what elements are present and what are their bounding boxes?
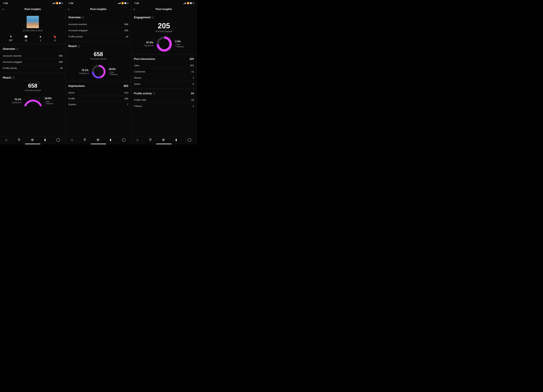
- saves-stat: 🔖 0: [53, 35, 57, 42]
- reach-number-1: 658: [28, 83, 37, 89]
- accounts-engaged-row-1: Accounts engaged 205: [3, 59, 63, 65]
- profile-activity-section: Profile activity i 24 Profile visits 23 …: [131, 90, 197, 110]
- post-image: [27, 16, 39, 28]
- nav-reels-1[interactable]: ▮: [44, 138, 46, 142]
- reach-info-icon-1[interactable]: i: [12, 77, 14, 79]
- home-indicator-3: [156, 144, 172, 144]
- half-donut-svg-1: [24, 96, 42, 106]
- bottom-nav-2: ⌂ ⚲ ⊕ ▮ ◯: [66, 136, 131, 143]
- reach-number-2: 658: [94, 51, 103, 57]
- content-3: Engagement i 205 Accounts engaged 97.6% …: [131, 13, 197, 136]
- back-button-1[interactable]: ‹: [2, 7, 5, 12]
- nonfollowers-dot-2: [109, 73, 110, 74]
- profile-activity-title: Profile activity: [134, 92, 152, 95]
- back-button-3[interactable]: ‹: [134, 7, 136, 12]
- followers-dot-2: [88, 73, 89, 74]
- impressions-profile-row: Profile 329: [68, 96, 128, 102]
- comments-stat: 💬 12: [24, 35, 28, 42]
- nonfollowers-label-2: 29.9% Non-followers: [109, 68, 118, 75]
- overview-section-1: Overview i Accounts reached 658 Accounts…: [0, 45, 66, 72]
- eng-followers-label: 97.6% Followers: [144, 41, 153, 47]
- reach-sub-1: Accounts reached: [25, 89, 41, 91]
- signal-icon-1: [52, 2, 55, 4]
- followers-label-2: 70.1% Followers: [79, 69, 88, 74]
- comment-icon: 💬: [24, 35, 28, 39]
- header-3: ‹ Post insights: [131, 5, 197, 13]
- shares-row: Shares 1: [134, 75, 194, 81]
- wifi-icon-3: 📶: [187, 2, 189, 4]
- profile-activity-info-icon[interactable]: i: [153, 92, 155, 95]
- nav-add-1[interactable]: ⊕: [31, 138, 34, 142]
- reach-title-2: Reach i: [68, 45, 128, 48]
- nav-profile-2[interactable]: ◯: [122, 138, 126, 142]
- nav-profile-3[interactable]: ◯: [187, 138, 191, 142]
- reach-center-2: 658 Accounts reached: [68, 50, 128, 62]
- pa-title-wrap: Profile activity i: [134, 92, 155, 95]
- header-2: ‹ Post insights: [66, 5, 131, 13]
- eng-followers-dot: [152, 45, 153, 46]
- nav-home-2[interactable]: ⌂: [71, 138, 73, 142]
- impressions-home-row: Home 513: [68, 90, 128, 96]
- time-2: 7:34: [69, 2, 73, 5]
- back-button-2[interactable]: ‹: [68, 7, 70, 12]
- heart-icon: ♥: [10, 35, 12, 38]
- signal-icon-3: [183, 2, 186, 4]
- post-interactions-title: Post interactions: [134, 57, 155, 61]
- nav-add-2[interactable]: ⊕: [96, 138, 99, 142]
- engagement-info-icon[interactable]: i: [151, 16, 154, 19]
- nav-add-3[interactable]: ⊕: [162, 138, 165, 142]
- status-icons-1: 📶: [52, 2, 62, 4]
- home-indicator-2: [91, 144, 106, 144]
- donut-svg-3: [156, 35, 173, 52]
- status-bar-2: 7:34 📶: [66, 0, 131, 5]
- likes-row: Likes 207: [134, 62, 194, 68]
- signal-icon-2: [118, 2, 120, 4]
- content-1: 10 June 2024 at 16:05 ♥ 207 💬 12 ➤ 1 🔖 0: [0, 13, 66, 136]
- eng-nonfollowers-dot: [175, 45, 176, 46]
- page-title-1: Post insights: [0, 8, 66, 11]
- post-stats-row: ♥ 207 💬 12 ➤ 1 🔖 0: [0, 33, 66, 44]
- post-interactions-header: Post interactions 220: [134, 57, 194, 61]
- reach-section-2: Reach i 658 Accounts reached 70.1% Follo…: [66, 42, 131, 81]
- nav-profile-1[interactable]: ◯: [56, 138, 60, 142]
- battery-icon-2: [124, 2, 128, 4]
- followers-label-1: 70.1% Followers: [12, 98, 21, 104]
- post-date: 10 June 2024 at 16:05: [23, 29, 43, 32]
- panel-2: 7:34 📶 ‹ Post insights Overview i: [66, 0, 131, 145]
- reach-section-1: Reach i 658 Accounts reached 70.1% Follo…: [0, 74, 66, 108]
- panel-1: 7:34 📶 ‹ Post insights 10 June 2024 at 1…: [0, 0, 66, 145]
- post-interactions-section: Post interactions 220 Likes 207 Comments…: [131, 55, 197, 88]
- profile-activity-header: Profile activity i 24: [134, 92, 194, 95]
- reach-sub-2: Accounts reached: [90, 58, 106, 60]
- header-1: ‹ Post insights: [0, 5, 66, 13]
- overview-section-2: Overview i Accounts reached 658 Accounts…: [66, 13, 131, 41]
- nav-reels-3[interactable]: ▮: [175, 138, 177, 142]
- profile-visits-row: Profile visits 23: [134, 97, 194, 103]
- time-1: 7:34: [3, 2, 8, 5]
- nav-home-3[interactable]: ⌂: [136, 138, 139, 142]
- reach-info-icon-2[interactable]: i: [78, 45, 80, 47]
- nav-search-3[interactable]: ⚲: [149, 138, 152, 142]
- accounts-reached-row-1: Accounts reached 658: [3, 53, 63, 59]
- overview-info-icon-1[interactable]: i: [16, 48, 18, 50]
- overview-info-icon-2[interactable]: i: [82, 16, 84, 19]
- impressions-explore-row: Explore 7: [68, 102, 128, 107]
- saves-value: 0: [54, 39, 56, 42]
- saves-row: Saves 0: [134, 81, 194, 87]
- nav-home-1[interactable]: ⌂: [5, 138, 7, 142]
- bottom-nav-3: ⌂ ⚲ ⊕ ▮ ◯: [131, 136, 197, 143]
- status-icons-2: 📶: [118, 2, 128, 4]
- nonfollowers-dot-1: [45, 102, 46, 103]
- home-indicator-1: [25, 144, 40, 144]
- engagement-title: Engagement i: [134, 16, 194, 19]
- shares-stat: ➤ 1: [39, 35, 42, 42]
- impressions-title: Impressions: [68, 85, 85, 88]
- nav-search-2[interactable]: ⚲: [84, 138, 86, 142]
- overview-title-1: Overview i: [3, 47, 63, 51]
- nav-reels-2[interactable]: ▮: [110, 138, 111, 142]
- wifi-icon-1: 📶: [56, 2, 58, 4]
- nav-search-1[interactable]: ⚲: [18, 138, 20, 142]
- profile-activity-row-2: Profile activity 24: [68, 34, 128, 40]
- engagement-number: 205: [158, 22, 170, 29]
- accounts-engaged-row-2: Accounts engaged 205: [68, 27, 128, 34]
